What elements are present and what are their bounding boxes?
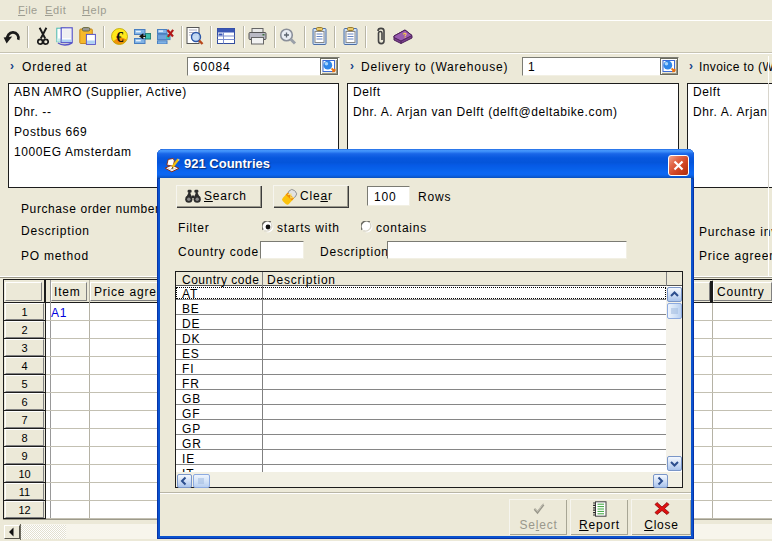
svg-text:€: € bbox=[116, 29, 124, 45]
